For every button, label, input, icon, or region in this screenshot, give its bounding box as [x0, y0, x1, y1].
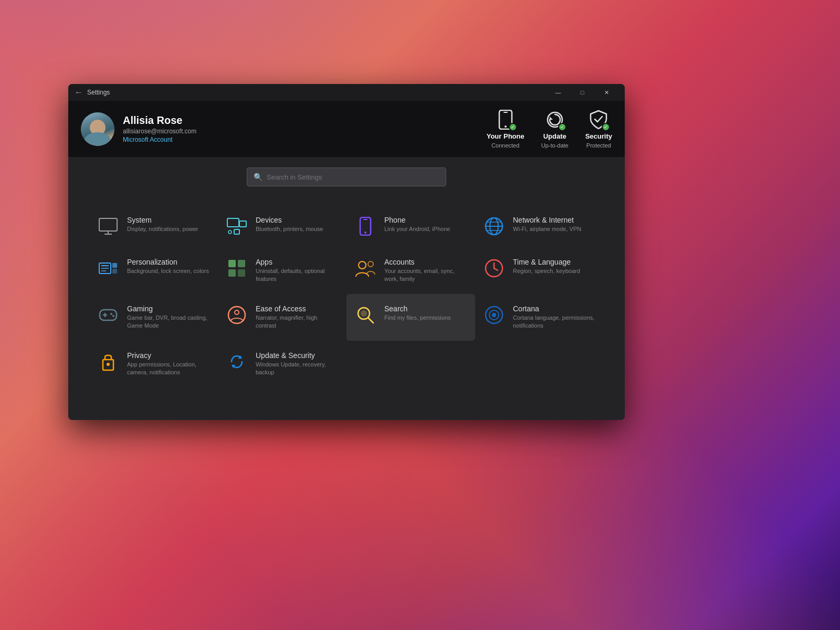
svg-point-49: [107, 363, 110, 366]
close-button[interactable]: ✕: [594, 84, 618, 101]
privacy-name: Privacy: [127, 351, 209, 360]
cortana-name: Cortana: [513, 304, 595, 313]
personalization-name: Personalization: [127, 258, 209, 266]
time-text: Time & Language Region, speech, keyboard: [513, 258, 580, 275]
svg-point-2: [505, 125, 507, 128]
personalization-desc: Background, lock screen, colors: [127, 267, 209, 275]
svg-rect-22: [112, 269, 117, 274]
main-content: System Display, notifications, power Dev…: [68, 197, 625, 420]
search-icon: [355, 304, 376, 326]
svg-rect-8: [227, 218, 239, 227]
time-icon: [484, 258, 505, 279]
time-name: Time & Language: [513, 258, 580, 266]
devices-name: Devices: [256, 216, 323, 224]
svg-line-34: [494, 268, 498, 270]
maximize-button[interactable]: □: [570, 84, 594, 101]
security-check: ✓: [602, 123, 610, 131]
phone-name: Phone: [384, 216, 450, 224]
ease-icon: [226, 304, 247, 326]
svg-rect-21: [112, 263, 117, 268]
security-label: Security: [585, 132, 612, 140]
settings-item-time[interactable]: Time & Language Region, speech, keyboard: [475, 247, 604, 294]
network-name: Network & Internet: [513, 216, 581, 224]
devices-text: Devices Bluetooth, printers, mouse: [256, 216, 323, 233]
search-icon: 🔍: [254, 173, 262, 181]
privacy-text: Privacy App permissions, Location, camer…: [127, 351, 209, 377]
header: Allisia Rose allisiarose@microsoft.com M…: [68, 101, 625, 157]
privacy-icon: [98, 351, 119, 372]
search-desc: Find my files, permissions: [384, 314, 451, 322]
avatar: [81, 112, 114, 146]
search-box[interactable]: 🔍: [247, 167, 446, 186]
update-icon-wrap: ✓: [544, 109, 565, 130]
system-name: System: [127, 216, 198, 224]
settings-item-update-security[interactable]: Update & Security Windows Update, recove…: [218, 341, 346, 387]
microsoft-account-link[interactable]: Microsoft Account: [123, 136, 196, 143]
gaming-icon: [98, 304, 119, 326]
update-security-desc: Windows Update, recovery, backup: [256, 361, 338, 377]
apps-name: Apps: [256, 258, 338, 266]
search-input[interactable]: [267, 173, 439, 181]
settings-item-personalization[interactable]: Personalization Background, lock screen,…: [89, 247, 218, 294]
settings-item-devices[interactable]: Devices Bluetooth, printers, mouse: [218, 205, 346, 247]
ease-text: Ease of Access Narrator, magnifier, high…: [256, 304, 338, 330]
svg-line-43: [368, 318, 373, 323]
user-info: Allisia Rose allisiarose@microsoft.com M…: [81, 112, 474, 146]
security-icon-wrap: ✓: [588, 109, 609, 130]
back-button[interactable]: ←: [75, 88, 83, 97]
settings-grid: System Display, notifications, power Dev…: [89, 205, 604, 387]
system-desc: Display, notifications, power: [127, 225, 198, 233]
svg-point-11: [228, 230, 232, 234]
settings-item-cortana[interactable]: Cortana Cortana language, permissions, n…: [475, 294, 604, 341]
svg-marker-4: [550, 117, 553, 120]
settings-item-search[interactable]: Search Find my files, permissions: [346, 294, 475, 341]
ease-name: Ease of Access: [256, 304, 338, 313]
update-check: ✓: [558, 123, 566, 131]
window-controls: — □ ✕: [546, 84, 618, 101]
accounts-desc: Your accounts, email, sync, work, family: [384, 267, 467, 284]
svg-point-14: [364, 232, 366, 234]
svg-point-39: [112, 315, 114, 317]
settings-item-system[interactable]: System Display, notifications, power: [89, 205, 218, 247]
user-details: Allisia Rose allisiarose@microsoft.com M…: [123, 114, 196, 143]
devices-desc: Bluetooth, printers, mouse: [256, 225, 323, 233]
your-phone-icon-wrap: ✓: [495, 109, 516, 130]
svg-rect-35: [100, 310, 117, 320]
status-update[interactable]: ✓ Update Up-to-date: [541, 109, 569, 149]
update-security-name: Update & Security: [256, 351, 338, 360]
user-name: Allisia Rose: [123, 114, 196, 127]
avatar-image: [81, 112, 114, 146]
svg-point-41: [235, 310, 239, 314]
your-phone-sublabel: Connected: [491, 142, 519, 149]
your-phone-check: ✓: [509, 123, 517, 131]
status-your-phone[interactable]: ✓ Your Phone Connected: [487, 109, 524, 149]
security-sublabel: Protected: [586, 142, 611, 149]
settings-item-accounts[interactable]: Accounts Your accounts, email, sync, wor…: [346, 247, 475, 294]
settings-item-gaming[interactable]: Gaming Game bar, DVR, broad casting, Gam…: [89, 294, 218, 341]
network-desc: Wi-Fi, airplane mode, VPN: [513, 225, 581, 233]
accounts-icon: [355, 258, 376, 279]
settings-item-apps[interactable]: Apps Uninstall, defaults, optional featu…: [218, 247, 346, 294]
settings-item-privacy[interactable]: Privacy App permissions, Location, camer…: [89, 341, 218, 387]
status-security[interactable]: ✓ Security Protected: [585, 109, 612, 149]
update-security-icon: [226, 351, 247, 372]
svg-point-31: [368, 261, 373, 267]
minimize-button[interactable]: —: [546, 84, 570, 101]
gaming-desc: Game bar, DVR, broad casting, Game Mode: [127, 314, 209, 330]
svg-rect-10: [234, 229, 239, 234]
cortana-desc: Cortana language, permissions, notificat…: [513, 314, 595, 330]
settings-item-phone[interactable]: Phone Link your Android, iPhone: [346, 205, 475, 247]
svg-rect-26: [228, 260, 236, 267]
personalization-icon: [98, 258, 119, 279]
svg-rect-29: [238, 269, 245, 277]
privacy-desc: App permissions, Location, camera, notif…: [127, 361, 209, 377]
personalization-text: Personalization Background, lock screen,…: [127, 258, 209, 275]
phone-desc: Link your Android, iPhone: [384, 225, 450, 233]
settings-item-network[interactable]: Network & Internet Wi-Fi, airplane mode,…: [475, 205, 604, 247]
svg-point-47: [492, 313, 496, 317]
settings-item-ease[interactable]: Ease of Access Narrator, magnifier, high…: [218, 294, 346, 341]
update-label: Update: [543, 132, 566, 140]
accounts-text: Accounts Your accounts, email, sync, wor…: [384, 258, 467, 284]
cortana-text: Cortana Cortana language, permissions, n…: [513, 304, 595, 330]
devices-icon: [226, 216, 247, 237]
